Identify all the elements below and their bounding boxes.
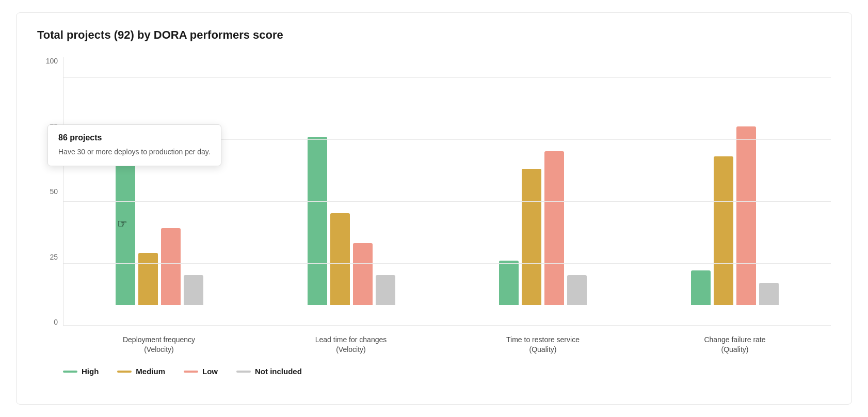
bar-low[interactable] — [161, 228, 181, 305]
legend-item-high: High — [63, 367, 99, 376]
x-axis-label: Lead time for changes(Velocity) — [255, 326, 447, 357]
grid-line — [63, 263, 831, 264]
legend-item-medium: Medium — [117, 367, 165, 376]
bar-high[interactable] — [116, 164, 135, 305]
y-axis-label: 0 — [54, 318, 58, 326]
bar-group — [447, 57, 639, 305]
legend-item-low: Low — [184, 367, 218, 376]
x-labels: Deployment frequency(Velocity)Lead time … — [63, 326, 831, 357]
bar-medium[interactable] — [330, 213, 350, 305]
legend-swatch-low — [184, 371, 198, 373]
bar-low[interactable] — [353, 243, 373, 305]
legend-label-none: Not included — [255, 367, 302, 376]
y-axis-label: 50 — [50, 188, 58, 195]
bar-medium[interactable] — [714, 156, 733, 305]
plot-area — [63, 57, 831, 326]
grid-line — [63, 201, 831, 202]
bar-group — [63, 57, 255, 305]
bar-high[interactable] — [499, 261, 519, 305]
chart-container: Total projects (92) by DORA performers s… — [16, 12, 852, 405]
bar-low[interactable] — [736, 126, 756, 305]
y-axis-label: 25 — [50, 253, 58, 261]
legend-label-low: Low — [202, 367, 218, 376]
y-axis: 1007550250 — [37, 57, 63, 326]
bar-high[interactable] — [308, 137, 327, 305]
legend-swatch-none — [236, 371, 251, 373]
x-axis-label: Time to restore service(Quality) — [447, 326, 639, 357]
tooltip: 86 projects Have 30 or more deploys to p… — [47, 124, 221, 166]
legend: HighMediumLowNot included — [37, 367, 831, 376]
y-axis-label: 100 — [46, 57, 58, 65]
bar-low[interactable] — [544, 151, 564, 305]
chart-area: 1007550250 Deployment frequency(Velocity… — [37, 57, 831, 357]
bar-none[interactable] — [759, 283, 779, 305]
tooltip-title: 86 projects — [58, 133, 211, 142]
chart-title: Total projects (92) by DORA performers s… — [37, 28, 831, 42]
x-axis-label: Change failure rate(Quality) — [639, 326, 831, 357]
x-axis-label: Deployment frequency(Velocity) — [63, 326, 255, 357]
grid-line — [63, 77, 831, 78]
bar-none[interactable] — [184, 275, 203, 305]
tooltip-body: Have 30 or more deploys to production pe… — [58, 147, 211, 157]
legend-label-medium: Medium — [136, 367, 165, 376]
legend-item-none: Not included — [236, 367, 302, 376]
bar-group — [255, 57, 447, 305]
groups-wrapper — [63, 57, 831, 305]
bar-group — [639, 57, 831, 305]
bar-medium[interactable] — [138, 253, 158, 305]
bar-none[interactable] — [567, 275, 587, 305]
legend-label-high: High — [82, 367, 99, 376]
legend-swatch-medium — [117, 371, 132, 373]
bar-none[interactable] — [376, 275, 395, 305]
bar-medium[interactable] — [522, 169, 541, 305]
legend-swatch-high — [63, 371, 77, 373]
bar-high[interactable] — [691, 270, 711, 305]
